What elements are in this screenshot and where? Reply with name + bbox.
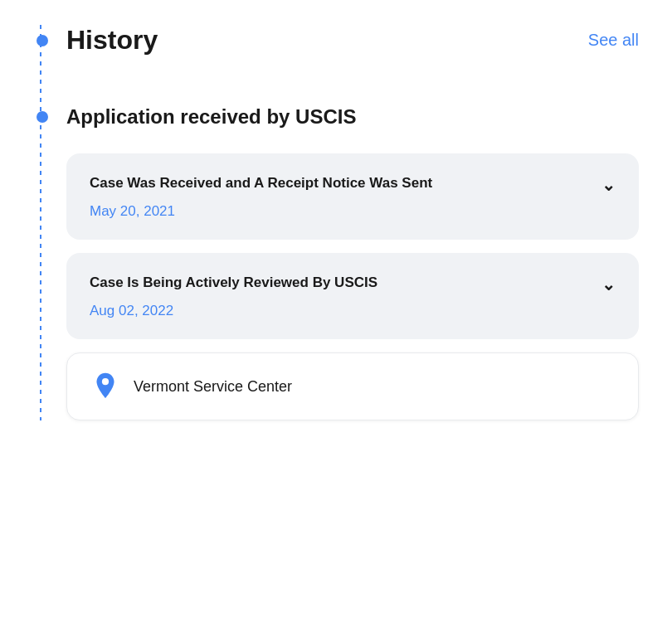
card-1-title: Case Was Received and A Receipt Notice W… — [90, 173, 432, 193]
header-dot — [37, 35, 48, 46]
card-2-title: Case Is Being Actively Reviewed By USCIS — [90, 273, 377, 293]
card-1-title-row: Case Was Received and A Receipt Notice W… — [90, 173, 616, 195]
header-left: History — [66, 25, 158, 56]
section-title: Application received by USCIS — [66, 105, 639, 129]
card-2-title-row: Case Is Being Actively Reviewed By USCIS… — [90, 273, 616, 294]
history-card-1[interactable]: Case Was Received and A Receipt Notice W… — [66, 153, 639, 240]
card-1-date: May 20, 2021 — [90, 203, 616, 220]
section-header: Application received by USCIS — [66, 105, 639, 129]
location-pin-icon — [90, 372, 120, 401]
chevron-down-icon[interactable]: ⌄ — [601, 175, 616, 195]
timeline-line — [40, 25, 41, 420]
see-all-link[interactable]: See all — [588, 31, 639, 50]
header-row: History See all — [66, 25, 639, 56]
cards-container: Case Was Received and A Receipt Notice W… — [66, 153, 639, 420]
card-2-date: Aug 02, 2022 — [90, 303, 616, 319]
location-name: Vermont Service Center — [134, 378, 292, 396]
section-dot — [37, 111, 48, 123]
history-card-2[interactable]: Case Is Being Actively Reviewed By USCIS… — [66, 253, 639, 339]
svg-point-0 — [102, 378, 109, 385]
location-card: Vermont Service Center — [66, 352, 639, 420]
page-title: History — [66, 25, 158, 56]
chevron-down-icon[interactable]: ⌄ — [601, 275, 616, 294]
page-container: History See all Application received by … — [33, 25, 639, 420]
